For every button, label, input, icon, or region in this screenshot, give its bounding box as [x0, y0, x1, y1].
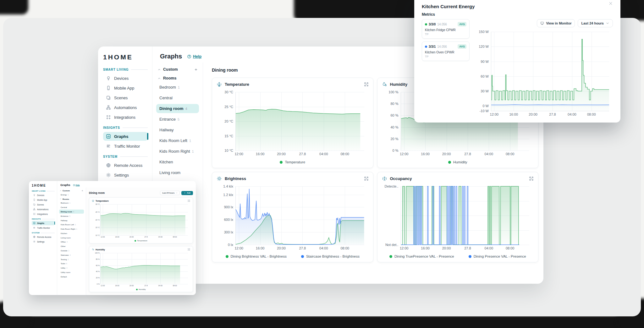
occupancy-icon: [382, 176, 387, 181]
room-label: Dining room: [159, 106, 184, 111]
sidebar-item[interactable]: Scenes: [103, 93, 148, 102]
sidebar-item[interactable]: Settings: [103, 171, 148, 179]
time-range-select[interactable]: Last 24 hours: [578, 19, 613, 27]
sidebar-item[interactable]: Traffic Monitor: [103, 142, 148, 150]
sidebar-item[interactable]: Mobile App: [32, 198, 55, 202]
room-item[interactable]: Other: [59, 244, 84, 248]
humidity-chart[interactable]: 100 %80 %60 %40 %20 %0 %12:0016:0020:002…: [92, 252, 189, 284]
rooms-group-toggle[interactable]: Rooms: [59, 197, 84, 201]
sidebar-item-label: Scenes: [114, 96, 128, 100]
chevron-up-icon: [60, 190, 62, 192]
plus-icon[interactable]: [81, 190, 83, 192]
room-item[interactable]: Central: [59, 205, 84, 209]
expand-icon[interactable]: [188, 200, 190, 202]
metrics-list: 3/3/0 14.056 AVG Kitchen Fridge CPWR TP …: [422, 19, 470, 119]
help-link[interactable]: Help: [73, 184, 80, 186]
occupancy-chart[interactable]: Detecte..Not det..12:0016:0020:0027.804:…: [383, 184, 532, 246]
sidebar-item[interactable]: Devices: [32, 193, 55, 197]
room-item[interactable]: Outside 2: [59, 249, 84, 252]
room-item[interactable]: Central: [156, 93, 199, 102]
scenes-icon: [106, 95, 111, 100]
sidebar-item[interactable]: Settings: [32, 239, 55, 244]
automations-icon: [106, 105, 111, 110]
settings-icon: [106, 172, 111, 178]
room-item[interactable]: Kids Room Right 1: [59, 227, 84, 231]
settings-icon: [33, 240, 36, 243]
room-item[interactable]: Kitchen: [59, 231, 84, 235]
expand-icon[interactable]: [188, 248, 190, 251]
sidebar-item[interactable]: Automations: [103, 103, 148, 112]
phone-icon: [33, 199, 36, 201]
custom-group-toggle[interactable]: Custom: [59, 189, 84, 193]
metric-id: 3/3/0: [429, 23, 436, 26]
sidebar-item[interactable]: Mobile App: [103, 84, 148, 92]
legend-dot: [389, 255, 392, 258]
room-item[interactable]: Toilet 6: [59, 262, 84, 265]
sidebar-item[interactable]: Integrations: [103, 113, 148, 122]
expand-icon[interactable]: [364, 82, 369, 87]
add-graph-button[interactable]: Add: [181, 191, 193, 195]
metric-dot: [425, 46, 427, 48]
sidebar-item[interactable]: Remote Access: [103, 161, 148, 170]
legend-item: Temperature: [280, 160, 305, 164]
room-item[interactable]: Kids Room Left 1: [59, 223, 84, 227]
custom-group-toggle[interactable]: Custom: [156, 65, 199, 74]
room-item[interactable]: Kids Room Left 1: [156, 136, 199, 145]
room-item[interactable]: Entrance 5: [59, 214, 84, 218]
sidebar-item[interactable]: Traffic Monitor: [32, 226, 55, 230]
remote-icon: [33, 236, 36, 238]
metric-sub: TP: [425, 55, 466, 58]
close-icon[interactable]: [608, 1, 613, 6]
expand-icon[interactable]: [529, 176, 534, 181]
metric-card[interactable]: 3/3/0 14.056 AVG Kitchen Fridge CPWR TP: [422, 19, 470, 39]
room-item[interactable]: Hallway: [59, 218, 84, 222]
room-item[interactable]: Bedroom 1: [156, 83, 199, 92]
sidebar-item-label: Mobile App: [114, 86, 134, 90]
sidebar-items: Devices Mobile App Scenes Automations In…: [32, 193, 55, 216]
view-in-monitor-button[interactable]: View in Monitor: [537, 19, 575, 27]
room-item[interactable]: Living room: [156, 168, 199, 177]
temperature-chart[interactable]: 30 °C25 °C20 °C15 °C10 °C12:0016:0020:00…: [92, 203, 189, 236]
chevron-up-icon: [157, 77, 161, 80]
sidebar-item[interactable]: Devices: [103, 74, 148, 83]
sidebar-items: Graphs Traffic Monitor: [32, 221, 55, 230]
help-link[interactable]: Help: [187, 54, 201, 59]
expand-icon[interactable]: [364, 176, 369, 181]
sidebar-item-label: Settings: [114, 173, 129, 178]
energy-chart[interactable]: 150 W120 W90 W60 W30 W0 W-10 W12:0016:00…: [476, 30, 612, 111]
room-item[interactable]: Testing 2: [59, 257, 84, 261]
sidebar-items: Remote Access Settings: [103, 161, 148, 179]
room-item[interactable]: Entrance 5: [156, 115, 199, 124]
room-label: Hallway: [159, 128, 174, 132]
room-item[interactable]: Hallway: [156, 125, 199, 134]
room-item[interactable]: Dining room 4: [59, 210, 84, 213]
room-item[interactable]: Default: [59, 275, 84, 278]
room-item[interactable]: Dining room 4: [156, 104, 199, 113]
room-item[interactable]: Utility 4: [59, 266, 84, 270]
sidebar-item[interactable]: Automations: [32, 207, 55, 211]
sidebar-item[interactable]: Scenes: [32, 202, 55, 207]
custom-graph-item[interactable]: Energy 1: [59, 193, 84, 196]
metric-card[interactable]: 3/3/1 14.056 AVG Kitchen Oven CPWR TP: [422, 41, 470, 61]
room-item[interactable]: Kids Room Right 1: [156, 147, 199, 156]
sidebar-item[interactable]: Integrations: [32, 212, 55, 216]
rooms-group-toggle[interactable]: Rooms: [156, 74, 199, 83]
room-item[interactable]: Bedroom 1: [59, 201, 84, 205]
temperature-chart[interactable]: 30 °C25 °C20 °C15 °C10 °C12:0016:0020:00…: [218, 90, 367, 151]
sidebar-item[interactable]: Remote Access: [32, 235, 55, 239]
sidebar-item[interactable]: Graphs: [32, 221, 55, 225]
room-item[interactable]: Office 4: [59, 240, 84, 244]
legend-dot: [280, 161, 283, 164]
brightness-chart[interactable]: 1.4 klx1.2 klx900 lx600 lx300 lx0 lx12:0…: [218, 184, 367, 246]
droplet-icon: [382, 82, 387, 87]
plus-icon[interactable]: [194, 68, 198, 71]
sidebar-item[interactable]: Graphs: [103, 132, 148, 141]
room-item[interactable]: Kitchen: [156, 157, 199, 167]
traffic-icon: [33, 227, 36, 229]
time-range-select[interactable]: Last 24 hours: [160, 191, 180, 195]
room-item[interactable]: Living room: [59, 236, 84, 239]
room-item[interactable]: Utility room: [59, 270, 84, 274]
chart-legend: Humidity: [382, 158, 534, 166]
room-item[interactable]: Staircase 2: [59, 253, 84, 257]
metric-avg-badge: AVG: [458, 22, 466, 26]
